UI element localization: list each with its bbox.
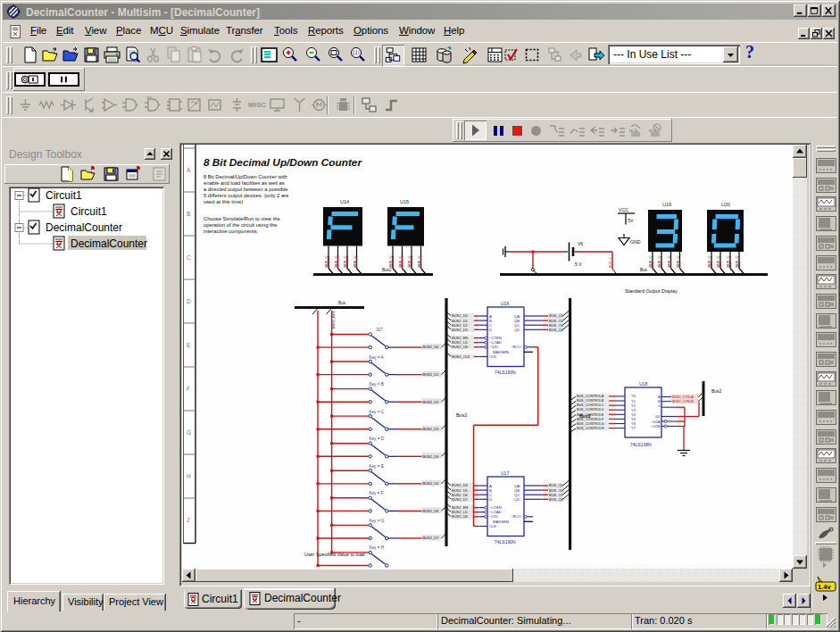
svg-text:H: H: [187, 473, 191, 479]
svg-text:QD: QD: [514, 497, 520, 502]
svg-text:U15: U15: [400, 199, 409, 204]
svg-text:Bus2: Bus2: [456, 412, 467, 418]
svg-text:Choose Simulate/Run to view th: Choose Simulate/Run to view the: [204, 216, 280, 221]
svg-text:8 Bit Decimal Up/Down Counter: 8 Bit Decimal Up/Down Counter: [204, 156, 362, 169]
svg-text:~RCO: ~RCO: [511, 514, 521, 519]
svg-text:Bus: Bus: [640, 268, 648, 272]
svg-text:MAX/MIN: MAX/MIN: [493, 520, 509, 524]
svg-text:GND: GND: [630, 239, 641, 245]
svg-text:VCC: VCC: [619, 207, 628, 212]
svg-text:74LS190N: 74LS190N: [495, 370, 516, 375]
svg-text:74LS138N: 74LS138N: [630, 442, 652, 447]
svg-text:DecimalCounter: DecimalCounter: [71, 237, 147, 250]
svg-text:Key = F: Key = F: [370, 491, 384, 495]
svg-text:Circuit1: Circuit1: [46, 189, 82, 202]
svg-text:BUS_CONTROLD: BUS_CONTROLD: [577, 408, 604, 412]
svg-text:F: F: [187, 386, 190, 392]
svg-text:BUS2_D3: BUS2_D3: [452, 328, 469, 332]
svg-text:BUS2_D1: BUS2_D1: [423, 372, 440, 377]
svg-text:BUS_Q4: BUS_Q4: [549, 328, 564, 332]
svg-text:QD: QD: [514, 328, 520, 332]
svg-text:U16: U16: [501, 301, 509, 306]
svg-text:User Specified Value to load: User Specified Value to load: [304, 552, 365, 557]
svg-text:BUS_Q: BUS_Q: [325, 256, 329, 268]
svg-text:U18: U18: [639, 381, 647, 387]
svg-text:U19: U19: [662, 202, 671, 207]
svg-text:1.4v: 1.4v: [818, 583, 831, 591]
svg-text:BUS2_UD: BUS2_UD: [452, 345, 469, 349]
svg-text:Bus: Bus: [338, 301, 346, 305]
svg-text:B: B: [187, 211, 190, 217]
svg-text:BUS_CONTROLA: BUS_CONTROLA: [577, 395, 604, 398]
svg-text:BUS_CONTROLC: BUS_CONTROLC: [577, 403, 604, 407]
svg-text:BUS_Q: BUS_Q: [418, 256, 421, 268]
svg-text:BUS_Q8: BUS_Q8: [549, 497, 564, 502]
svg-text:Key = A: Key = A: [370, 355, 385, 360]
svg-text:C: C: [187, 254, 191, 261]
svg-text:Bus2: Bus2: [711, 388, 722, 394]
svg-text:5 V: 5 V: [575, 262, 582, 267]
svg-text:~U/D: ~U/D: [489, 514, 498, 519]
svg-text:Y7: Y7: [631, 426, 636, 430]
svg-text:V6: V6: [578, 241, 583, 246]
svg-text:BUS_Q: BUS_Q: [677, 256, 680, 268]
svg-text:Bus3: Bus3: [579, 413, 590, 419]
svg-text:BUS_Q: BUS_Q: [353, 256, 357, 268]
svg-text:~U/D: ~U/D: [489, 345, 498, 349]
svg-text:MISC: MISC: [248, 101, 266, 109]
svg-text:~RCO: ~RCO: [511, 345, 521, 349]
svg-text:BUS2_D4: BUS2_D4: [423, 454, 440, 459]
svg-text:Standard Output Display: Standard Output Display: [625, 288, 678, 294]
svg-text:BUS2_D2: BUS2_D2: [423, 400, 440, 404]
svg-text:BUS2_D7: BUS2_D7: [452, 497, 469, 502]
svg-text:BUS_Q: BUS_Q: [399, 256, 403, 268]
svg-text:CLK: CLK: [489, 524, 496, 528]
svg-text:Key = E: Key = E: [370, 464, 384, 469]
svg-text:U17: U17: [501, 470, 509, 476]
svg-text:DecimalCounter: DecimalCounter: [46, 221, 122, 234]
svg-text:BUS2_CTRLB: BUS2_CTRLB: [672, 400, 694, 403]
svg-text:~G2B: ~G2B: [651, 424, 661, 428]
svg-text:~G2A: ~G2A: [651, 420, 661, 424]
svg-text:BUS2_D7: BUS2_D7: [423, 536, 440, 540]
svg-text:BUS_CONTROLG: BUS_CONTROLG: [577, 422, 604, 426]
svg-text:BUS_CONTROLH: BUS_CONTROLH: [577, 427, 604, 430]
svg-text:U20: U20: [721, 202, 730, 207]
svg-text:enable and load facilities as: enable and load facilities as well as: [204, 180, 285, 186]
svg-text:interactive components.: interactive components.: [204, 229, 259, 234]
svg-text:Key = D: Key = D: [370, 437, 385, 441]
svg-text:BUS_V: BUS_V: [609, 257, 612, 268]
svg-text:5 different output devices. (o: 5 different output devices. (only 2 are: [204, 193, 288, 198]
svg-text:J: J: [187, 517, 189, 523]
svg-text:Key = H: Key = H: [370, 545, 384, 550]
svg-text:MAX/MIN: MAX/MIN: [493, 350, 509, 354]
svg-text:BUS_Q: BUS_Q: [335, 256, 338, 268]
svg-text:Key = B: Key = B: [370, 382, 384, 387]
svg-text:BUS_Q: BUS_Q: [658, 256, 661, 268]
svg-text:operation of the circuit using: operation of the circuit using the: [204, 222, 277, 228]
svg-text:BUS_Q: BUS_Q: [727, 256, 730, 268]
svg-text:used at this time): used at this time): [204, 199, 243, 204]
svg-text:J17: J17: [376, 328, 383, 332]
svg-text:Circuit1: Circuit1: [71, 205, 107, 218]
svg-text:G1: G1: [655, 414, 661, 419]
svg-text:BUS2_CLK: BUS2_CLK: [452, 354, 470, 359]
svg-text:Key = G: Key = G: [370, 519, 385, 523]
svg-text:Bus2: Bus2: [382, 268, 392, 272]
svg-text:A: A: [187, 167, 191, 173]
svg-text:U14: U14: [340, 199, 349, 204]
svg-text:BUS_Q: BUS_Q: [389, 256, 393, 268]
svg-text:BUS_CONTROLB: BUS_CONTROLB: [577, 399, 604, 403]
svg-text:BUS2_UD: BUS2_UD: [452, 514, 469, 519]
svg-text:a directed output between a po: a directed output between a possible: [204, 187, 287, 192]
svg-text:E: E: [187, 342, 191, 348]
svg-text:BUS_Q: BUS_Q: [668, 256, 671, 268]
svg-text:BUS_Q: BUS_Q: [717, 256, 720, 268]
svg-text:BUS2_CTRLA: BUS2_CTRLA: [672, 395, 694, 399]
svg-text:BUS2_D0: BUS2_D0: [423, 345, 440, 349]
svg-text:D: D: [187, 298, 191, 304]
svg-text:D: D: [489, 328, 492, 332]
svg-text:74LS190N: 74LS190N: [495, 539, 516, 545]
svg-text:BUS2_D3: BUS2_D3: [423, 427, 440, 431]
svg-text:BUS2_D6: BUS2_D6: [423, 509, 440, 513]
